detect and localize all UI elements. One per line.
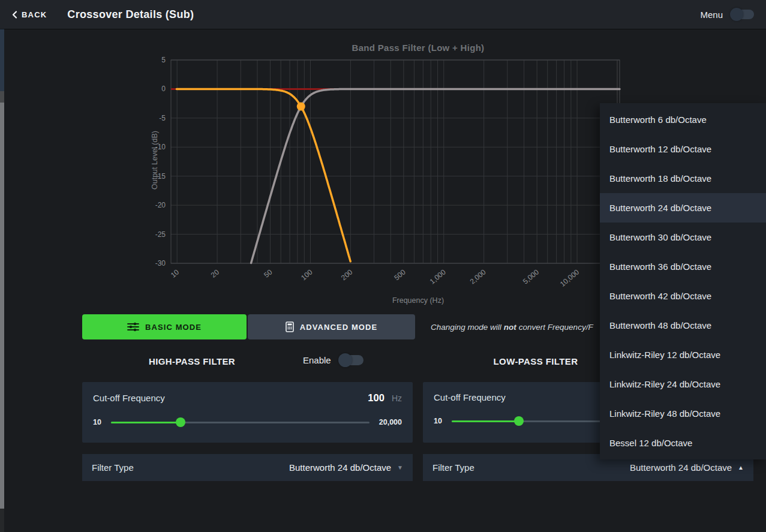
high-pass-enable-group: Enable xyxy=(303,355,364,365)
svg-text:1,000: 1,000 xyxy=(428,267,447,285)
dropdown-item[interactable]: Bessel 12 db/Octave xyxy=(600,428,766,458)
advanced-mode-button[interactable]: ADVANCED MODE xyxy=(248,314,415,339)
dropdown-item[interactable]: Linkwitz-Riley 24 db/Octave xyxy=(600,369,766,399)
svg-text:-25: -25 xyxy=(155,230,166,239)
chevron-left-icon xyxy=(12,11,17,19)
dropdown-item[interactable]: Butterworth 36 db/Octave xyxy=(600,252,766,281)
bandpass-chart: 1020501002005001,0002,0005,00010,00050-5… xyxy=(78,36,627,294)
lp-slider-min-label: 10 xyxy=(434,417,442,425)
high-pass-enable-toggle[interactable] xyxy=(340,355,364,365)
svg-text:200: 200 xyxy=(340,267,355,282)
lp-filter-type-value: Butterworth 24 db/Octave xyxy=(630,462,732,473)
svg-text:5,000: 5,000 xyxy=(521,267,540,285)
dropdown-item[interactable]: Butterworth 6 db/Octave xyxy=(600,105,766,134)
high-pass-section-label: HIGH-PASS FILTER xyxy=(82,356,302,366)
top-bar: BACK Crossover Details (Sub) Menu xyxy=(0,0,766,29)
hp-cutoff-label: Cut-off Frequency xyxy=(93,393,368,403)
enable-label: Enable xyxy=(303,355,331,365)
back-label: BACK xyxy=(22,10,47,19)
left-scroll-track-mid xyxy=(0,91,4,103)
lp-filter-type-label: Filter Type xyxy=(432,462,630,473)
chevron-down-icon: ▼ xyxy=(397,464,403,471)
advanced-mode-label: ADVANCED MODE xyxy=(300,323,378,332)
lp-slider-fill xyxy=(452,420,519,422)
dropdown-item[interactable]: Linkwitz-Riley 48 db/Octave xyxy=(600,399,766,428)
sliders-icon xyxy=(127,322,139,332)
svg-text:100: 100 xyxy=(299,267,314,282)
high-pass-cutoff-panel: Cut-off Frequency 100 Hz 10 20,000 xyxy=(82,382,413,443)
svg-text:10: 10 xyxy=(169,267,181,279)
hp-filter-type-value: Butterworth 24 db/Octave xyxy=(289,462,391,473)
hp-slider-min-label: 10 xyxy=(93,418,101,426)
hp-cutoff-value: 100 xyxy=(368,392,384,404)
chevron-up-icon: ▲ xyxy=(738,464,744,471)
dropdown-item[interactable]: Butterworth 12 db/Octave xyxy=(600,134,766,164)
dropdown-item[interactable]: Butterworth 30 db/Octave xyxy=(600,223,766,252)
hp-slider-fill xyxy=(111,422,181,423)
svg-text:-30: -30 xyxy=(155,259,166,267)
svg-text:0: 0 xyxy=(161,85,166,93)
calculator-icon xyxy=(286,321,294,332)
svg-text:500: 500 xyxy=(392,267,407,282)
svg-text:20: 20 xyxy=(209,267,221,279)
svg-text:-5: -5 xyxy=(159,114,166,122)
svg-text:5: 5 xyxy=(161,56,166,64)
hp-slider-thumb[interactable] xyxy=(176,417,185,427)
chart-x-axis-label: Frequency (Hz) xyxy=(171,296,665,305)
lp-slider-thumb[interactable] xyxy=(514,416,524,426)
page-title: Crossover Details (Sub) xyxy=(67,8,194,21)
menu-toggle-knob xyxy=(730,8,743,21)
left-scrollbar-thumb[interactable] xyxy=(0,103,4,509)
dropdown-item[interactable]: Butterworth 48 db/Octave xyxy=(600,311,766,340)
svg-text:-20: -20 xyxy=(155,201,166,209)
menu-toggle[interactable] xyxy=(731,10,754,19)
high-pass-enable-knob xyxy=(338,353,352,367)
left-scroll-track-top xyxy=(0,29,4,91)
left-scroll-track-bottom xyxy=(0,509,4,532)
basic-mode-label: BASIC MODE xyxy=(145,323,202,332)
dropdown-item[interactable]: Butterworth 42 db/Octave xyxy=(600,281,766,311)
dropdown-item[interactable]: Butterworth 18 db/Octave xyxy=(600,164,766,193)
menu-label: Menu xyxy=(700,10,723,20)
svg-text:50: 50 xyxy=(262,267,274,279)
crossover-details-screen: BACK Crossover Details (Sub) Menu Band P… xyxy=(0,0,766,532)
svg-text:2,000: 2,000 xyxy=(468,267,488,285)
back-button[interactable]: BACK xyxy=(12,10,47,19)
hp-slider-max-label: 20,000 xyxy=(379,418,402,426)
dropdown-item[interactable]: Linkwitz-Riley 12 db/Octave xyxy=(600,340,766,369)
hp-cutoff-slider[interactable] xyxy=(111,422,370,423)
hp-cutoff-unit: Hz xyxy=(392,393,402,403)
high-pass-filter-type-select[interactable]: Filter Type Butterworth 24 db/Octave ▼ xyxy=(82,454,413,481)
dropdown-item[interactable]: Butterworth 24 db/Octave xyxy=(600,193,766,223)
chart-y-axis-label: Output Level (dB) xyxy=(151,123,159,197)
svg-text:10,000: 10,000 xyxy=(558,267,581,288)
basic-mode-button[interactable]: BASIC MODE xyxy=(82,314,247,339)
hp-filter-type-label: Filter Type xyxy=(92,462,289,473)
filter-type-dropdown: Butterworth 6 db/OctaveButterworth 12 db… xyxy=(600,103,766,459)
